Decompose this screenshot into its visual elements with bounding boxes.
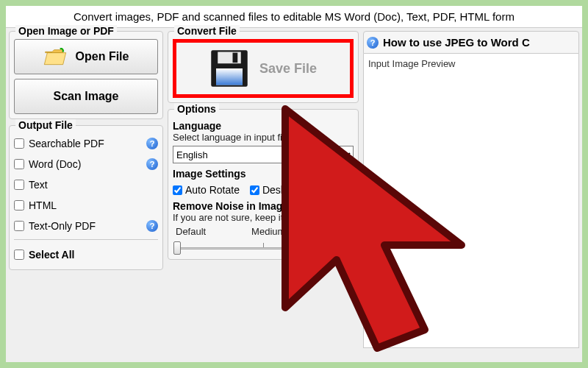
label-text: Text (29, 179, 48, 191)
options-title: Options (174, 103, 219, 115)
checkbox-auto-rotate[interactable] (173, 185, 182, 195)
right-panel: ? How to use JPEG to Word C Input Image … (363, 31, 579, 348)
label-word: Word (Doc) (29, 158, 81, 170)
label-auto-rotate: Auto Rotate (185, 184, 240, 196)
label-html: HTML (29, 199, 57, 211)
language-note: Select language in input file (173, 132, 354, 143)
noise-slider[interactable] (176, 238, 351, 255)
input-image-preview: Input Image Preview (363, 54, 579, 348)
deskew-option[interactable]: Desk (250, 184, 286, 196)
scan-image-button[interactable]: Scan Image (14, 79, 158, 114)
howto-link[interactable]: ? How to use JPEG to Word C (363, 31, 579, 54)
howto-label: How to use JPEG to Word C (383, 36, 530, 49)
help-icon[interactable]: ? (146, 138, 158, 149)
help-icon[interactable]: ? (146, 158, 158, 170)
options-panel: Options Language Select language in inpu… (168, 109, 359, 260)
checkbox-textonly-pdf[interactable] (14, 221, 24, 231)
open-image-title: Open Image or PDF (15, 25, 117, 37)
checkbox-word[interactable] (14, 159, 24, 169)
floppy-disk-icon (209, 49, 249, 88)
svg-rect-2 (232, 53, 237, 63)
checkbox-text[interactable] (14, 180, 24, 190)
convert-file-panel: Convert File Save File (168, 31, 359, 103)
label-deskew: Desk (262, 184, 286, 196)
language-label: Language (173, 120, 354, 132)
output-select-all[interactable]: Select All (14, 244, 158, 265)
checkbox-deskew[interactable] (250, 185, 259, 195)
output-option-textonly-pdf[interactable]: Text-Only PDF ? (14, 216, 158, 236)
output-option-word[interactable]: Word (Doc) ? (14, 154, 158, 174)
help-icon[interactable]: ? (146, 220, 158, 232)
save-file-button[interactable]: Save File (173, 39, 354, 98)
scan-image-label: Scan Image (54, 90, 119, 103)
preview-label: Input Image Preview (368, 58, 456, 69)
auto-rotate-option[interactable]: Auto Rotate (173, 184, 240, 196)
checkbox-html[interactable] (14, 200, 24, 210)
output-file-panel: Output File Searchable PDF ? Word (Doc) … (9, 125, 163, 270)
open-image-panel: Open Image or PDF Open File Scan Image (9, 31, 163, 119)
label-select-all: Select All (29, 249, 75, 261)
folder-open-icon (43, 46, 67, 67)
noise-level-high: High (331, 226, 351, 237)
noise-level-default: Default (176, 226, 206, 237)
noise-level-medium: Medium (251, 226, 285, 237)
slider-track (176, 247, 351, 250)
output-file-title: Output File (15, 119, 76, 131)
checkbox-select-all[interactable] (14, 250, 24, 260)
divider (14, 239, 158, 240)
convert-file-title: Convert File (174, 25, 240, 37)
image-settings-label: Image Settings (173, 168, 354, 180)
svg-rect-5 (216, 68, 243, 85)
open-file-label: Open File (76, 50, 129, 63)
open-file-button[interactable]: Open File (14, 39, 158, 74)
label-searchable-pdf: Searchable PDF (29, 138, 104, 149)
save-file-label: Save File (259, 61, 317, 77)
checkbox-searchable-pdf[interactable] (14, 138, 24, 149)
output-option-html[interactable]: HTML (14, 195, 158, 216)
slider-thumb[interactable] (173, 241, 181, 255)
language-select[interactable]: English (173, 146, 354, 163)
remove-noise-note: If you are not sure, keep it as "defa (173, 212, 354, 223)
noise-level-labels: Default Medium High (173, 226, 354, 237)
output-option-searchable-pdf[interactable]: Searchable PDF ? (14, 133, 158, 154)
label-textonly-pdf: Text-Only PDF (29, 220, 96, 232)
remove-noise-label: Remove Noise in Image (173, 200, 354, 212)
output-option-text[interactable]: Text (14, 174, 158, 195)
help-icon: ? (367, 37, 379, 49)
